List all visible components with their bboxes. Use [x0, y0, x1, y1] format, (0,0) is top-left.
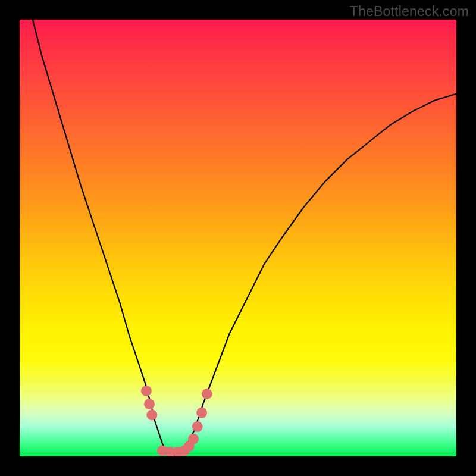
- curve-marker: [141, 386, 152, 396]
- bottleneck-curve: [33, 20, 456, 456]
- curve-marker: [188, 434, 199, 444]
- curve-markers: [141, 386, 212, 456]
- curve-marker: [144, 399, 155, 409]
- curve-marker: [196, 408, 207, 418]
- chart-svg: [20, 20, 456, 456]
- curve-marker: [146, 409, 157, 420]
- chart-frame: TheBottleneck.com: [0, 0, 476, 476]
- curve-marker: [192, 421, 203, 432]
- plot-area: [20, 20, 456, 456]
- watermark-text: TheBottleneck.com: [350, 4, 469, 20]
- curve-marker: [202, 389, 212, 399]
